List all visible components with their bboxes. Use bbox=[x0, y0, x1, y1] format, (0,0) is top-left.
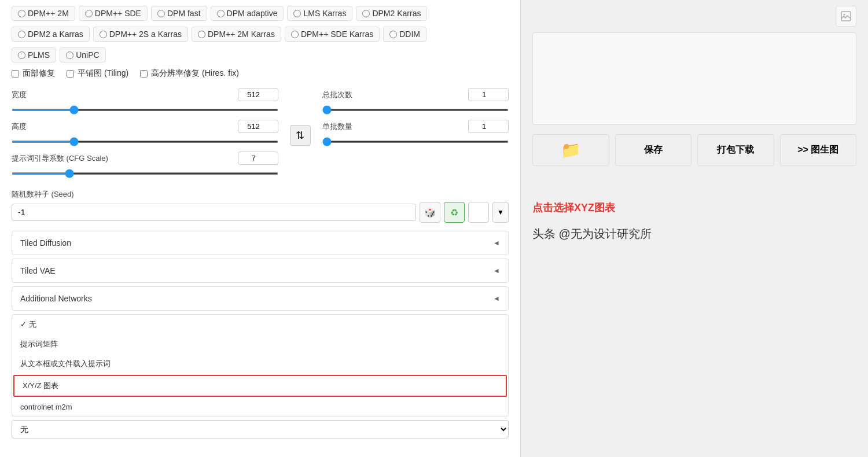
tiled-vae-arrow: ◄ bbox=[493, 267, 500, 275]
batch-size-range[interactable] bbox=[322, 141, 509, 143]
cfg-range[interactable] bbox=[12, 172, 278, 175]
sliders-section: 宽度 高度 提示词引导系数 (CFG Scale) bbox=[12, 88, 509, 183]
svg-rect-0 bbox=[841, 12, 851, 21]
sampler-dpmsdekarras[interactable]: DPM++ SDE Karras bbox=[285, 27, 380, 42]
annotation-text: 点击选择XYZ图表 bbox=[532, 201, 856, 215]
cfg-input[interactable] bbox=[238, 152, 278, 165]
width-slider-row: 宽度 bbox=[12, 88, 278, 113]
folder-button[interactable]: 📁 bbox=[532, 134, 609, 166]
options-checkboxes: 面部修复 平铺图 (Tiling) 高分辨率修复 (Hires. fix) bbox=[12, 68, 509, 79]
script-dropdown[interactable]: 无 bbox=[12, 420, 509, 438]
image-icon bbox=[836, 6, 856, 27]
swap-button[interactable]: ⇅ bbox=[290, 125, 311, 146]
batch-size-label: 单批数量 bbox=[322, 121, 352, 132]
batch-size-slider-row: 单批数量 bbox=[322, 120, 509, 145]
menu-item-none[interactable]: ✓ 无 bbox=[12, 315, 508, 334]
download-button[interactable]: 打包下载 bbox=[697, 134, 774, 166]
sampler-row-3: PLMS UniPC bbox=[12, 47, 509, 62]
height-label: 高度 bbox=[12, 121, 27, 132]
sampler-dpmadaptive[interactable]: DPM adaptive bbox=[211, 6, 284, 21]
tiled-diffusion-header[interactable]: Tiled Diffusion ◄ bbox=[12, 231, 508, 255]
sampler-dpm2akarras[interactable]: DPM2 a Karras bbox=[12, 27, 90, 42]
tiled-vae-header[interactable]: Tiled VAE ◄ bbox=[12, 259, 508, 282]
output-image-area bbox=[532, 32, 856, 125]
height-range[interactable] bbox=[12, 141, 278, 143]
hires-fix-checkbox[interactable]: 高分辨率修复 (Hires. fix) bbox=[140, 68, 239, 79]
seed-row: 🎲 ♻ ▼ bbox=[12, 202, 509, 223]
width-label: 宽度 bbox=[12, 90, 27, 100]
tiling-checkbox[interactable]: 平铺图 (Tiling) bbox=[67, 68, 128, 79]
tiled-vae-section: Tiled VAE ◄ bbox=[12, 259, 509, 283]
sampler-row-2: DPM2 a Karras DPM++ 2S a Karras DPM++ 2M… bbox=[12, 27, 509, 42]
additional-networks-arrow: ◄ bbox=[493, 294, 500, 303]
sampler-dpmfast[interactable]: DPM fast bbox=[151, 6, 207, 21]
seed-dropdown-button[interactable]: ▼ bbox=[492, 202, 509, 223]
sampler-dpm2m[interactable]: DPM++ 2M bbox=[12, 6, 75, 21]
batch-count-label: 总批次数 bbox=[322, 90, 352, 100]
seed-recycle-button[interactable]: ♻ bbox=[444, 202, 465, 223]
height-slider-row: 高度 bbox=[12, 120, 278, 145]
additional-networks-header[interactable]: Additional Networks ◄ bbox=[12, 287, 508, 310]
batch-count-slider-row: 总批次数 bbox=[322, 88, 509, 113]
seed-section: 随机数种子 (Seed) 🎲 ♻ ▼ bbox=[12, 189, 509, 223]
sampler-ddim[interactable]: DDIM bbox=[383, 27, 426, 42]
seed-extra-button[interactable] bbox=[468, 202, 489, 223]
swap-divider: ⇅ bbox=[290, 88, 311, 183]
sampler-dpm2karras[interactable]: DPM2 Karras bbox=[356, 6, 427, 21]
menu-item-xyz-chart[interactable]: X/Y/Z 图表 bbox=[13, 375, 507, 397]
left-sliders: 宽度 高度 提示词引导系数 (CFG Scale) bbox=[12, 88, 278, 183]
sampler-plms[interactable]: PLMS bbox=[12, 47, 56, 62]
height-input[interactable] bbox=[238, 120, 278, 133]
sampler-dpmsde[interactable]: DPM++ SDE bbox=[79, 6, 148, 21]
script-dropdown-row: 无 bbox=[12, 420, 509, 438]
img2img-button[interactable]: >> 图生图 bbox=[780, 134, 857, 166]
width-range[interactable] bbox=[12, 109, 278, 111]
menu-item-controlnet-m2m[interactable]: controlnet m2m bbox=[12, 398, 508, 416]
seed-dice-button[interactable]: 🎲 bbox=[420, 202, 440, 223]
batch-count-range[interactable] bbox=[322, 109, 509, 111]
tiled-diffusion-section: Tiled Diffusion ◄ bbox=[12, 231, 509, 255]
sampler-dpp2sakarras[interactable]: DPM++ 2S a Karras bbox=[93, 27, 188, 42]
seed-input[interactable] bbox=[12, 204, 416, 221]
sampler-lmskarras[interactable]: LMS Karras bbox=[287, 6, 352, 21]
right-top bbox=[532, 6, 856, 27]
additional-networks-section: Additional Networks ◄ bbox=[12, 286, 509, 311]
width-input[interactable] bbox=[238, 88, 278, 101]
action-buttons-row: 📁 保存 打包下载 >> 图生图 bbox=[532, 134, 856, 166]
menu-item-prompt-matrix[interactable]: 提示词矩阵 bbox=[12, 334, 508, 354]
watermark-text: 头条 @无为设计研究所 bbox=[532, 226, 856, 242]
menu-item-load-prompts[interactable]: 从文本框或文件载入提示词 bbox=[12, 354, 508, 374]
sampler-dpm2mkarras[interactable]: DPM++ 2M Karras bbox=[192, 27, 281, 42]
batch-size-input[interactable] bbox=[468, 120, 509, 133]
tiled-diffusion-arrow: ◄ bbox=[493, 239, 500, 247]
right-sliders: 总批次数 单批数量 bbox=[322, 88, 509, 183]
script-menu-list: ✓ 无 提示词矩阵 从文本框或文件载入提示词 X/Y/Z 图表 controln… bbox=[12, 314, 509, 417]
save-button[interactable]: 保存 bbox=[615, 134, 692, 166]
seed-label: 随机数种子 (Seed) bbox=[12, 189, 509, 200]
cfg-slider-row: 提示词引导系数 (CFG Scale) bbox=[12, 152, 278, 176]
svg-point-1 bbox=[844, 14, 845, 16]
sampler-unipc[interactable]: UniPC bbox=[60, 47, 105, 62]
cfg-label: 提示词引导系数 (CFG Scale) bbox=[12, 153, 108, 164]
sampler-row-1: DPM++ 2M DPM++ SDE DPM fast DPM adaptive… bbox=[12, 6, 509, 21]
face-restore-checkbox[interactable]: 面部修复 bbox=[12, 68, 55, 79]
batch-count-input[interactable] bbox=[468, 88, 509, 101]
